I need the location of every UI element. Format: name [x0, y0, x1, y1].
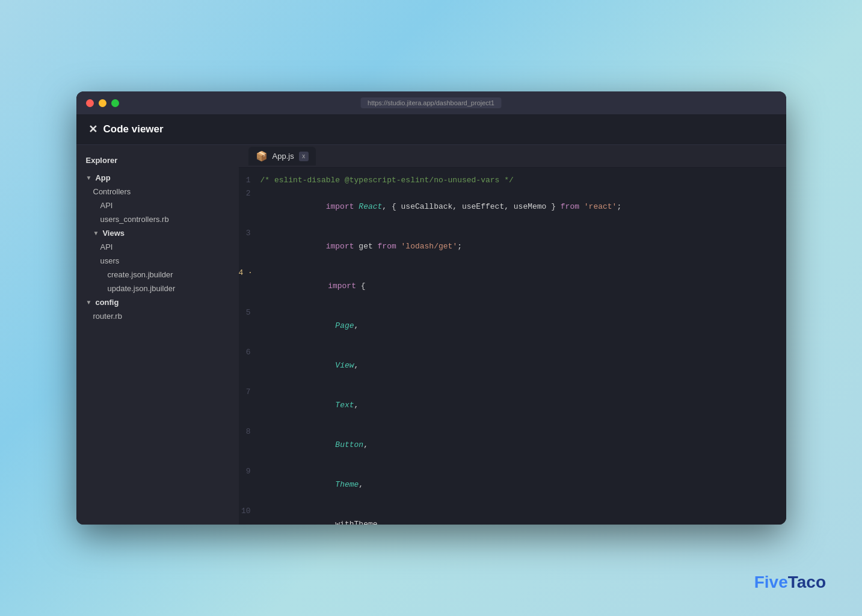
- tree-item-router-rb[interactable]: router.rb: [76, 309, 239, 323]
- line-number: 5: [239, 306, 260, 319]
- line-number: 3: [239, 227, 260, 240]
- header-close-icon: ✕: [88, 123, 97, 136]
- tree-item-label: App: [95, 173, 110, 182]
- code-line-6: 6 View,: [239, 346, 786, 386]
- code-line-10: 10 withTheme,: [239, 505, 786, 525]
- tree-item-label: create.json.jbuilder: [108, 270, 173, 279]
- line-content: import get from 'lodash/get';: [260, 227, 777, 266]
- line-number: 2: [239, 187, 260, 200]
- tree-item-api2[interactable]: API: [76, 240, 239, 254]
- app-content: ✕ Code viewer Explorer ▼ App Controllers…: [76, 114, 786, 525]
- tree-item-views[interactable]: ▼ Views: [76, 226, 239, 240]
- tree-item-label: config: [95, 298, 119, 307]
- app-header: ✕ Code viewer: [76, 114, 786, 145]
- chevron-icon: ▼: [86, 174, 92, 181]
- code-line-9: 9 Theme,: [239, 465, 786, 505]
- traffic-lights: [86, 99, 119, 107]
- fivetaco-branding: FiveTaco: [754, 573, 826, 592]
- tree-item-api[interactable]: API: [76, 199, 239, 212]
- maximize-button[interactable]: [111, 99, 119, 107]
- code-line-3: 3 import get from 'lodash/get';: [239, 227, 786, 266]
- line-number: 8: [239, 425, 260, 439]
- tree-item-label: update.json.jbuilder: [108, 284, 176, 293]
- title-bar: https://studio.jitera.app/dashboard_proj…: [76, 91, 786, 114]
- tree-item-label: API: [100, 201, 113, 210]
- code-line-4: 4 · import {: [239, 266, 786, 306]
- line-content: Page,: [260, 306, 777, 346]
- tree-item-label: Views: [102, 229, 125, 238]
- tab-icon: 📦: [256, 150, 268, 162]
- code-line-5: 5 Page,: [239, 306, 786, 346]
- app-window: https://studio.jitera.app/dashboard_proj…: [76, 91, 786, 525]
- tree-item-controllers[interactable]: Controllers: [76, 185, 239, 199]
- tab-bar: 📦 App.js x: [239, 145, 786, 168]
- line-number: 1: [239, 174, 260, 187]
- sidebar: Explorer ▼ App Controllers API users_con…: [76, 145, 239, 525]
- code-line-8: 8 Button,: [239, 425, 786, 465]
- tab-appjs[interactable]: 📦 App.js x: [248, 147, 316, 165]
- code-line-7: 7 Text,: [239, 386, 786, 425]
- brand-highlight: Five: [754, 573, 788, 591]
- line-content: Theme,: [260, 465, 777, 505]
- chevron-icon: ▼: [93, 230, 99, 236]
- tab-name: App.js: [272, 152, 294, 161]
- tree-item-users[interactable]: users: [76, 254, 239, 268]
- url-bar: https://studio.jitera.app/dashboard_proj…: [360, 97, 502, 108]
- tree-item-label: users: [100, 256, 120, 265]
- sidebar-title: Explorer: [76, 152, 239, 171]
- line-number: 7: [239, 386, 260, 399]
- code-line-2: 2 import React, { useCallback, useEffect…: [239, 187, 786, 227]
- brand-rest: Taco: [788, 573, 826, 591]
- tree-item-label: Controllers: [93, 187, 131, 196]
- line-content: import {: [262, 266, 777, 306]
- tree-item-config[interactable]: ▼ config: [76, 295, 239, 309]
- minimize-button[interactable]: [99, 99, 106, 107]
- tree-item-app[interactable]: ▼ App: [76, 171, 239, 185]
- code-line-1: 1 /* eslint-disable @typescript-eslint/n…: [239, 174, 786, 187]
- chevron-icon: ▼: [86, 299, 92, 306]
- line-content: withTheme,: [260, 505, 777, 525]
- tree-item-label: router.rb: [93, 312, 122, 321]
- line-content: Button,: [260, 425, 777, 465]
- tree-item-create-json[interactable]: create.json.jbuilder: [76, 268, 239, 282]
- main-area: Explorer ▼ App Controllers API users_con…: [76, 145, 786, 525]
- line-number: 10: [239, 505, 260, 518]
- tree-item-label: users_controllers.rb: [100, 215, 169, 224]
- tree-item-users-controllers[interactable]: users_controllers.rb: [76, 212, 239, 226]
- editor-area: 📦 App.js x 1 /* eslint-disable @typescri…: [239, 145, 786, 525]
- header-title: Code viewer: [103, 123, 164, 135]
- line-content: /* eslint-disable @typescript-eslint/no-…: [260, 174, 777, 187]
- line-content: import React, { useCallback, useEffect, …: [260, 187, 777, 227]
- code-editor[interactable]: 1 /* eslint-disable @typescript-eslint/n…: [239, 168, 786, 525]
- tree-item-update-json[interactable]: update.json.jbuilder: [76, 282, 239, 295]
- line-content: View,: [260, 346, 777, 386]
- line-content: Text,: [260, 386, 777, 425]
- line-number: 9: [239, 465, 260, 478]
- tab-close-button[interactable]: x: [299, 152, 309, 161]
- close-button[interactable]: [86, 99, 94, 107]
- tree-item-label: API: [100, 242, 113, 251]
- line-number: 4 ·: [239, 266, 262, 280]
- line-number: 6: [239, 346, 260, 359]
